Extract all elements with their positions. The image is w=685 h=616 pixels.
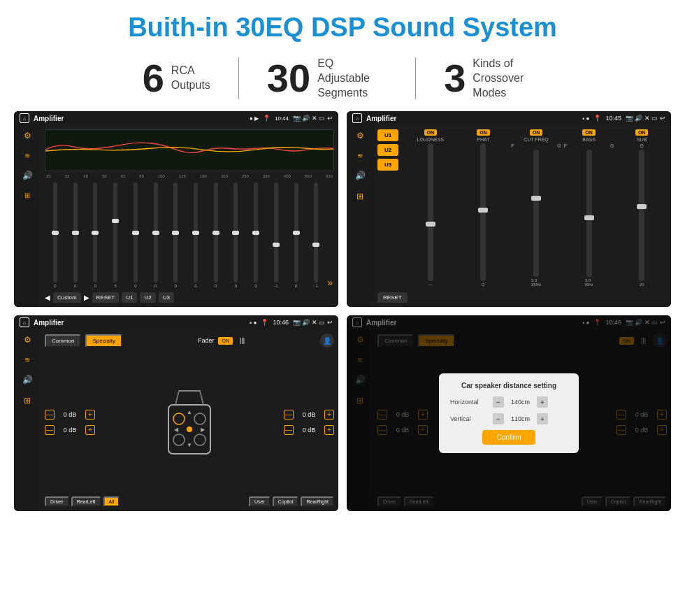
fader-minus-r1[interactable]: — <box>284 425 294 435</box>
fader-status-icons: 📷 🔊 ✕ ▭ ↩ <box>293 319 333 326</box>
all-button[interactable]: All <box>103 496 120 507</box>
copilot-button[interactable]: Copilot <box>273 496 299 507</box>
eq-track-4[interactable] <box>134 182 138 282</box>
home-icon[interactable]: ⌂ <box>20 113 29 123</box>
driver-button[interactable]: Driver <box>45 496 69 507</box>
eq-track-12[interactable] <box>294 182 298 282</box>
fader-minus-1[interactable]: — <box>45 425 55 435</box>
eq-prev-button[interactable]: ◀ <box>45 294 50 301</box>
phat-slider[interactable] <box>480 143 486 281</box>
eq-next-icon[interactable]: » <box>327 277 333 288</box>
u3-button[interactable]: U3 <box>377 159 398 171</box>
phat-on[interactable]: ON <box>477 129 490 136</box>
loudness-on[interactable]: ON <box>424 129 438 136</box>
u1-button[interactable]: U1 <box>377 129 398 141</box>
eq-slider-4: 0 <box>127 182 145 288</box>
cutfreq-on[interactable]: ON <box>530 129 543 136</box>
crossover-home-icon[interactable]: ⌂ <box>352 113 362 123</box>
sub-on[interactable]: ON <box>635 129 649 136</box>
left-sliders: — 0 dB + — 0 dB + <box>45 350 95 494</box>
eq-track-2[interactable] <box>93 182 97 282</box>
eq-u3-button[interactable]: U3 <box>159 292 174 303</box>
eq-u1-button[interactable]: U1 <box>122 292 137 303</box>
crossover-sidebar-icon-3[interactable]: 🔊 <box>355 171 366 180</box>
crossover-sidebar-icon-4[interactable]: ⊞ <box>356 192 363 201</box>
common-tab[interactable]: Common <box>45 334 81 348</box>
cutfreq-val: 3.0100Hz <box>531 278 541 287</box>
user-button[interactable]: User <box>249 496 271 507</box>
eq-sidebar-icon-2[interactable]: ≋ <box>24 152 30 159</box>
rearright-button[interactable]: RearRight <box>301 496 334 507</box>
specialty-tab[interactable]: Specialty <box>85 334 122 348</box>
eq-sliders-row: 0 0 0 <box>45 182 334 288</box>
bass-on[interactable]: ON <box>582 129 596 136</box>
fader-slider-bar: ||| <box>240 337 245 344</box>
crossover-columns: ON LOUDNESS — ON PHAT <box>405 129 667 287</box>
svg-point-8 <box>187 427 192 432</box>
eq-track-11[interactable] <box>274 182 278 282</box>
vertical-plus-button[interactable]: + <box>537 413 548 424</box>
eq-track-10[interactable] <box>254 182 258 282</box>
fader-home-icon[interactable]: ⌂ <box>20 317 29 327</box>
cutfreq-slider[interactable] <box>533 150 539 277</box>
svg-point-5 <box>194 413 206 424</box>
eq-sidebar-icon-1[interactable]: ⚙ <box>24 131 31 141</box>
vertical-minus-button[interactable]: − <box>493 413 504 424</box>
fader-on-toggle[interactable]: ON <box>218 337 233 345</box>
page-container: Buith-in 30EQ DSP Sound System 6 RCAOutp… <box>0 0 685 616</box>
sub-slider[interactable] <box>639 150 644 281</box>
crossover-reset-button[interactable]: RESET <box>377 292 408 303</box>
bass-slider[interactable] <box>586 150 592 277</box>
crossover-sidebar-icon-1[interactable]: ⚙ <box>356 131 364 141</box>
eq-custom-button[interactable]: Custom <box>53 292 81 303</box>
rearleft-button[interactable]: RearLeft <box>71 496 101 507</box>
loudness-val: — <box>428 282 433 287</box>
fader-val-r1: 0 dB <box>298 427 320 434</box>
eq-slider-9: 0 <box>227 182 245 288</box>
fader-sidebar-icon-3[interactable]: 🔊 <box>22 375 33 385</box>
eq-u2-button[interactable]: U2 <box>140 292 155 303</box>
eq-track-5[interactable] <box>154 182 158 282</box>
distance-screen-card: ⌂ Amplifier ▪ ● 📍 10:46 📷 🔊 ✕ ▭ ↩ ⚙ ≋ 🔊 … <box>347 315 671 511</box>
horizontal-plus-button[interactable]: + <box>537 396 548 408</box>
person-icon[interactable]: 👤 <box>320 334 334 348</box>
eq-sidebar-icon-4[interactable]: ⊞ <box>24 192 30 199</box>
u2-button[interactable]: U2 <box>377 144 398 156</box>
stat-number-eq: 30 <box>267 59 310 98</box>
fader-dot-icons: ▪ ● <box>250 320 257 326</box>
eq-slider-7: 0 <box>187 182 205 288</box>
svg-line-2 <box>175 391 179 405</box>
eq-track-3[interactable] <box>113 182 117 282</box>
fader-minus-r0[interactable]: — <box>284 410 294 420</box>
fader-sidebar-icon-1[interactable]: ⚙ <box>24 335 31 345</box>
eq-track-8[interactable] <box>214 182 218 282</box>
crossover-app-title: Amplifier <box>366 115 579 122</box>
eq-track-6[interactable] <box>173 182 178 282</box>
confirm-button[interactable]: Confirm <box>482 430 535 445</box>
fader-sidebar-icon-2[interactable]: ≋ <box>24 356 30 364</box>
fader-plus-1[interactable]: + <box>85 425 95 435</box>
fader-plus-0[interactable]: + <box>85 410 95 420</box>
fader-plus-r1[interactable]: + <box>324 425 334 435</box>
fader-minus-0[interactable]: — <box>45 410 55 420</box>
eq-track-9[interactable] <box>233 182 238 282</box>
fader-val-0: 0 dB <box>59 411 81 418</box>
eq-sidebar-icon-3[interactable]: 🔊 <box>22 171 33 180</box>
eq-slider-12: 0 <box>287 182 305 288</box>
fader-sidebar-icon-4[interactable]: ⊞ <box>24 396 31 406</box>
loudness-slider[interactable] <box>428 143 433 281</box>
eq-track-0[interactable] <box>53 182 57 282</box>
eq-play-button[interactable]: ▶ <box>84 294 89 301</box>
eq-dot-icons: ● ▶ <box>250 115 259 122</box>
horizontal-minus-button[interactable]: − <box>493 396 504 408</box>
eq-track-7[interactable] <box>194 182 198 282</box>
svg-point-7 <box>194 434 206 445</box>
crossover-sidebar-icon-2[interactable]: ≋ <box>357 152 363 159</box>
eq-reset-button[interactable]: RESET <box>92 292 120 303</box>
eq-track-1[interactable] <box>73 182 78 282</box>
eq-bottom-bar: ◀ Custom ▶ RESET U1 U2 U3 <box>45 292 334 303</box>
eq-track-13[interactable] <box>314 182 318 282</box>
u-buttons-col: U1 U2 U3 <box>377 129 398 287</box>
fader-plus-r0[interactable]: + <box>324 410 334 420</box>
fader-status-bar: ⌂ Amplifier ▪ ● 📍 10:46 📷 🔊 ✕ ▭ ↩ <box>14 315 338 329</box>
